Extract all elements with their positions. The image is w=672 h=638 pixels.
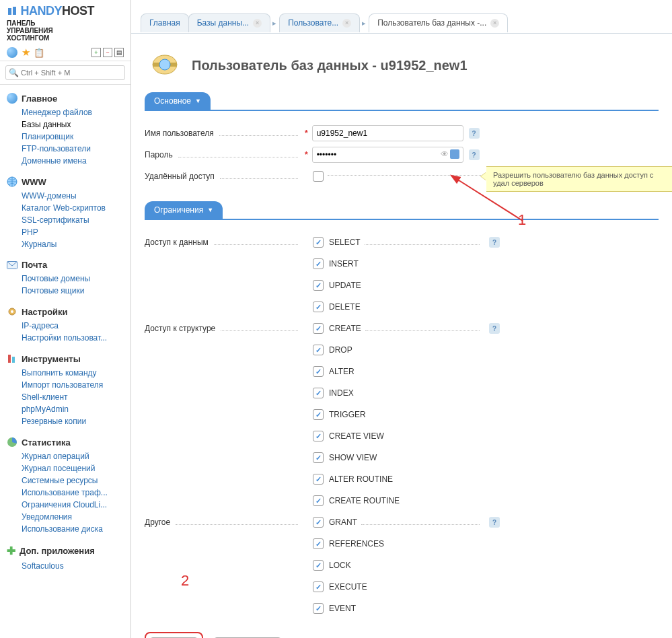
svg-point-11	[159, 59, 170, 70]
globe-icon	[7, 93, 17, 104]
perm-label: DELETE	[324, 302, 361, 312]
remote-access-checkbox[interactable]	[313, 171, 324, 182]
page-title: Пользователь баз данных - u91952_new1	[192, 58, 468, 73]
perm-checkbox[interactable]	[313, 538, 324, 549]
sidebar-item[interactable]: Softaculous	[22, 560, 124, 572]
perm-checkbox[interactable]	[313, 237, 324, 248]
perm-checkbox[interactable]	[313, 474, 324, 485]
close-icon[interactable]: ×	[342, 19, 351, 28]
annotation-1: 1	[518, 211, 526, 229]
sidebar-item[interactable]: Выполнить команду	[22, 367, 124, 379]
expand-icon[interactable]: +	[91, 48, 101, 57]
perm-checkbox[interactable]	[313, 258, 324, 269]
sidebar: HANDYHOST ПАНЕЛЬУПРАВЛЕНИЯХОСТИНГОМ ★ 📋 …	[0, 0, 131, 638]
perm-label: UPDATE	[324, 281, 361, 290]
nav-header-addons[interactable]: ✚ Доп. приложения	[7, 540, 124, 560]
nav-header-tools[interactable]: Инструменты	[7, 349, 124, 367]
perm-checkbox[interactable]	[313, 409, 324, 420]
sidebar-item[interactable]: WWW-домены	[22, 190, 124, 202]
clipboard-icon[interactable]: 📋	[34, 47, 44, 58]
close-icon[interactable]: ×	[490, 19, 499, 28]
chevron-down-icon: ▼	[195, 98, 201, 104]
sidebar-item[interactable]: Каталог Web-скриптов	[22, 202, 124, 214]
section-main[interactable]: Основное▼	[145, 92, 211, 110]
sidebar-item[interactable]: IP-адреса	[22, 320, 124, 332]
star-icon[interactable]: ★	[20, 47, 31, 58]
nav-header-www[interactable]: WWW	[7, 172, 124, 190]
tab-users[interactable]: Пользовате...×	[279, 13, 360, 32]
sidebar-item[interactable]: Shell-клиент	[22, 391, 124, 403]
logo-icon	[7, 5, 17, 16]
perm-checkbox[interactable]	[313, 431, 324, 441]
perm-label: EVENT	[324, 604, 356, 613]
sidebar-item[interactable]: Журнал операций	[22, 450, 124, 462]
nav-header-stats[interactable]: Статистика	[7, 433, 124, 450]
gear-icon	[7, 306, 17, 317]
sidebar-item[interactable]: Уведомления	[22, 511, 124, 523]
username-input[interactable]	[312, 125, 463, 141]
sidebar-item[interactable]: Использование траф...	[22, 487, 124, 499]
svg-point-5	[11, 310, 13, 313]
sidebar-item[interactable]: PHP	[22, 226, 124, 238]
sidebar-item[interactable]: Системные ресурсы	[22, 474, 124, 487]
nav-header-main[interactable]: Главное	[7, 89, 124, 106]
tools-icon	[7, 353, 17, 364]
perm-label: INSERT	[324, 259, 359, 269]
section-limits[interactable]: Ограничения▼	[145, 201, 223, 219]
sidebar-item[interactable]: Доменные имена	[22, 155, 124, 167]
sidebar-item[interactable]: Использование диска	[22, 523, 124, 535]
perm-checkbox[interactable]	[313, 495, 324, 506]
search-input[interactable]	[5, 65, 125, 80]
perm-checkbox[interactable]	[313, 603, 324, 614]
sidebar-item[interactable]: phpMyAdmin	[22, 403, 124, 415]
perm-checkbox[interactable]	[313, 323, 324, 334]
help-icon[interactable]: ?	[489, 323, 500, 334]
tab-databases[interactable]: Базы данны...×	[188, 13, 270, 32]
perm-checkbox[interactable]	[313, 366, 324, 377]
sidebar-item[interactable]: Ограничения CloudLi...	[22, 499, 124, 511]
nav-header-settings[interactable]: Настройки	[7, 302, 124, 320]
perm-group-label: Доступ к структуре	[145, 324, 218, 333]
username-label: Имя пользователя	[145, 129, 217, 138]
svg-rect-7	[12, 357, 15, 363]
sidebar-item[interactable]: Резервные копии	[22, 415, 124, 427]
help-icon[interactable]: ?	[469, 149, 480, 160]
sidebar-item[interactable]: Почтовые домены	[22, 273, 124, 285]
tab-user-edit[interactable]: Пользователь баз данных -...×	[369, 13, 508, 32]
sidebar-item[interactable]: Журнал посещений	[22, 462, 124, 474]
collapse-icon[interactable]: −	[103, 48, 112, 57]
page-icon	[149, 51, 181, 80]
sidebar-item[interactable]: Планировщик	[22, 131, 124, 143]
brand-sub: ПАНЕЛЬУПРАВЛЕНИЯХОСТИНГОМ	[7, 20, 124, 42]
perm-checkbox[interactable]	[313, 280, 324, 291]
menu-icon[interactable]: ▤	[114, 48, 124, 57]
nav-header-mail[interactable]: Почта	[7, 256, 124, 273]
perm-checkbox[interactable]	[313, 452, 324, 463]
sidebar-item[interactable]: Базы данных	[22, 118, 124, 131]
perm-checkbox[interactable]	[313, 388, 324, 398]
generate-password-icon[interactable]	[450, 149, 459, 159]
eye-icon[interactable]: 👁	[441, 149, 449, 159]
perm-checkbox[interactable]	[313, 345, 324, 355]
sidebar-item[interactable]: Настройки пользоват...	[22, 332, 124, 344]
perm-label: EXECUTE	[324, 582, 367, 592]
perm-checkbox[interactable]	[313, 581, 324, 592]
help-icon[interactable]: ?	[469, 128, 480, 139]
sidebar-item[interactable]: Журналы	[22, 238, 124, 250]
pie-icon	[7, 437, 17, 448]
help-icon[interactable]: ?	[489, 237, 500, 248]
perm-checkbox[interactable]	[313, 517, 324, 528]
sidebar-item[interactable]: SSL-сертификаты	[22, 214, 124, 226]
sidebar-item[interactable]: Импорт пользователя	[22, 379, 124, 391]
sidebar-item[interactable]: FTP-пользователи	[22, 143, 124, 155]
close-icon[interactable]: ×	[253, 19, 262, 28]
perm-checkbox[interactable]	[313, 302, 324, 312]
perm-label: CREATE ROUTINE	[324, 496, 400, 505]
home-icon[interactable]	[7, 47, 17, 58]
perm-checkbox[interactable]	[313, 560, 324, 571]
brand-b: HOST	[62, 4, 94, 17]
help-icon[interactable]: ?	[489, 517, 500, 528]
tab-home[interactable]: Главная	[141, 13, 189, 32]
sidebar-item[interactable]: Менеджер файлов	[22, 106, 124, 118]
sidebar-item[interactable]: Почтовые ящики	[22, 285, 124, 297]
